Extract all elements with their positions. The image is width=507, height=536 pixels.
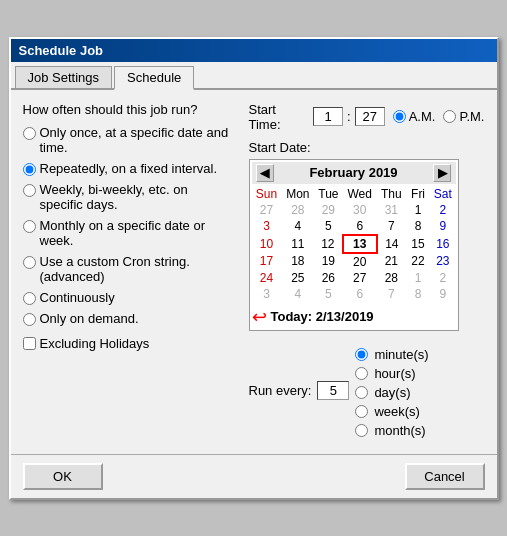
radio-pm[interactable] [443, 110, 456, 123]
cal-day[interactable]: 3 [252, 286, 282, 302]
footer: OK Cancel [11, 454, 497, 498]
cal-day[interactable]: 29 [314, 202, 342, 218]
cal-day[interactable]: 11 [281, 235, 314, 253]
radio-monthly[interactable] [23, 220, 36, 233]
cal-day[interactable]: 27 [252, 202, 282, 218]
option-weekly-label: Weekly, bi-weekly, etc. on specific days… [40, 182, 233, 212]
option-monthly-label: Monthly on a specific date or week. [40, 218, 233, 248]
run-every-row: Run every: minute(s) hour(s) day(s) [249, 343, 485, 438]
col-sat: Sat [430, 186, 455, 202]
option-cron[interactable]: Use a custom Cron string. (advanced) [23, 254, 233, 284]
cal-day[interactable]: 13 [343, 235, 377, 253]
cal-day[interactable]: 17 [252, 253, 282, 270]
cal-day[interactable]: 9 [430, 286, 455, 302]
left-panel: How often should this job run? Only once… [23, 102, 233, 438]
radio-minutes[interactable] [355, 348, 368, 361]
start-time-minute[interactable] [355, 107, 385, 126]
start-time-hour[interactable] [313, 107, 343, 126]
cal-day[interactable]: 20 [343, 253, 377, 270]
cal-day[interactable]: 24 [252, 270, 282, 286]
cal-day[interactable]: 22 [406, 253, 430, 270]
ampm-group: A.M. P.M. [393, 109, 485, 124]
pm-option[interactable]: P.M. [443, 109, 484, 124]
col-thu: Thu [377, 186, 406, 202]
cal-day[interactable]: 14 [377, 235, 406, 253]
cal-next-button[interactable]: ▶ [433, 164, 451, 182]
calendar-grid: Sun Mon Tue Wed Thu Fri Sat 272829303112… [252, 186, 456, 302]
cal-day[interactable]: 7 [377, 218, 406, 235]
cal-day[interactable]: 27 [343, 270, 377, 286]
cal-day[interactable]: 23 [430, 253, 455, 270]
cal-day[interactable]: 10 [252, 235, 282, 253]
radio-once[interactable] [23, 127, 36, 140]
option-monthly[interactable]: Monthly on a specific date or week. [23, 218, 233, 248]
col-fri: Fri [406, 186, 430, 202]
am-option[interactable]: A.M. [393, 109, 436, 124]
cal-day[interactable]: 7 [377, 286, 406, 302]
cal-day[interactable]: 30 [343, 202, 377, 218]
radio-days[interactable] [355, 386, 368, 399]
cal-day[interactable]: 19 [314, 253, 342, 270]
cal-day[interactable]: 8 [406, 286, 430, 302]
run-every-label: Run every: [249, 383, 312, 398]
cal-day[interactable]: 1 [406, 270, 430, 286]
radio-cron[interactable] [23, 256, 36, 269]
cal-day[interactable]: 2 [430, 202, 455, 218]
option-continuously[interactable]: Continuously [23, 290, 233, 305]
today-icon: ↩ [252, 306, 267, 328]
cal-day[interactable]: 28 [377, 270, 406, 286]
option-weekly[interactable]: Weekly, bi-weekly, etc. on specific days… [23, 182, 233, 212]
cal-day[interactable]: 8 [406, 218, 430, 235]
cal-day[interactable]: 16 [430, 235, 455, 253]
radio-months[interactable] [355, 424, 368, 437]
today-text: Today: 2/13/2019 [271, 309, 374, 324]
option-continuously-label: Continuously [40, 290, 115, 305]
cancel-button[interactable]: Cancel [405, 463, 485, 490]
option-on-demand-label: Only on demand. [40, 311, 139, 326]
tab-schedule[interactable]: Schedule [114, 66, 194, 90]
radio-weeks[interactable] [355, 405, 368, 418]
radio-hours[interactable] [355, 367, 368, 380]
radio-weekly[interactable] [23, 184, 36, 197]
cal-day[interactable]: 6 [343, 218, 377, 235]
cal-day[interactable]: 4 [281, 218, 314, 235]
cal-day[interactable]: 28 [281, 202, 314, 218]
option-repeatedly[interactable]: Repeatedly, on a fixed interval. [23, 161, 233, 176]
interval-months[interactable]: month(s) [355, 423, 428, 438]
cal-day[interactable]: 9 [430, 218, 455, 235]
cal-day[interactable]: 1 [406, 202, 430, 218]
col-tue: Tue [314, 186, 342, 202]
option-once[interactable]: Only once, at a specific date and time. [23, 125, 233, 155]
interval-hours-label: hour(s) [374, 366, 415, 381]
radio-am[interactable] [393, 110, 406, 123]
cal-day[interactable]: 31 [377, 202, 406, 218]
run-every-input[interactable] [317, 381, 349, 400]
ok-button[interactable]: OK [23, 463, 103, 490]
interval-weeks[interactable]: week(s) [355, 404, 428, 419]
cal-day[interactable]: 5 [314, 218, 342, 235]
radio-on-demand[interactable] [23, 313, 36, 326]
cal-day[interactable]: 15 [406, 235, 430, 253]
cal-day[interactable]: 6 [343, 286, 377, 302]
interval-hours[interactable]: hour(s) [355, 366, 428, 381]
radio-continuously[interactable] [23, 292, 36, 305]
interval-days-label: day(s) [374, 385, 410, 400]
radio-repeatedly[interactable] [23, 163, 36, 176]
interval-days[interactable]: day(s) [355, 385, 428, 400]
option-on-demand[interactable]: Only on demand. [23, 311, 233, 326]
cal-day[interactable]: 18 [281, 253, 314, 270]
checkbox-holidays[interactable] [23, 337, 36, 350]
cal-day[interactable]: 3 [252, 218, 282, 235]
cal-prev-button[interactable]: ◀ [256, 164, 274, 182]
cal-day[interactable]: 12 [314, 235, 342, 253]
cal-day[interactable]: 4 [281, 286, 314, 302]
cal-day[interactable]: 2 [430, 270, 455, 286]
interval-months-label: month(s) [374, 423, 425, 438]
excluding-holidays[interactable]: Excluding Holidays [23, 336, 233, 351]
interval-minutes[interactable]: minute(s) [355, 347, 428, 362]
cal-day[interactable]: 21 [377, 253, 406, 270]
tab-job-settings[interactable]: Job Settings [15, 66, 113, 88]
cal-day[interactable]: 26 [314, 270, 342, 286]
cal-day[interactable]: 5 [314, 286, 342, 302]
cal-day[interactable]: 25 [281, 270, 314, 286]
